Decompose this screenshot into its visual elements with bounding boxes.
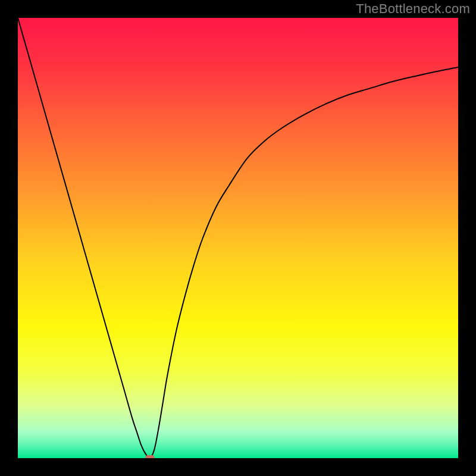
watermark-label: TheBottleneck.com: [356, 1, 470, 17]
optimal-marker: [146, 455, 155, 458]
chart-svg: [18, 18, 458, 458]
chart-border-bottom: [0, 458, 476, 476]
chart-background-gradient: [18, 18, 458, 458]
chart-border-right: [458, 0, 476, 476]
chart-plot-area: [18, 18, 458, 458]
chart-border-left: [0, 0, 18, 476]
